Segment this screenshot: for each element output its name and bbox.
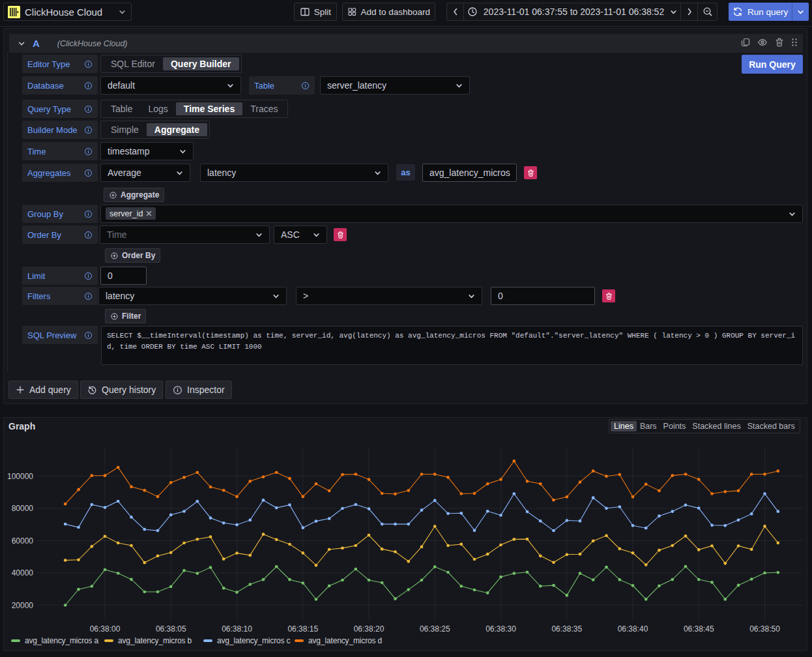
svg-text:60000: 60000 xyxy=(12,536,34,546)
svg-text:06:38:40: 06:38:40 xyxy=(618,624,648,634)
svg-text:20000: 20000 xyxy=(12,601,34,610)
svg-text:06:38:30: 06:38:30 xyxy=(486,624,516,634)
svg-text:100000: 100000 xyxy=(7,472,33,481)
svg-text:06:38:45: 06:38:45 xyxy=(684,624,714,634)
svg-text:06:38:00: 06:38:00 xyxy=(90,624,121,634)
svg-text:80000: 80000 xyxy=(12,504,34,513)
svg-text:06:38:05: 06:38:05 xyxy=(156,624,186,634)
svg-text:06:38:20: 06:38:20 xyxy=(354,624,384,634)
svg-text:06:38:15: 06:38:15 xyxy=(287,624,318,634)
svg-text:06:38:25: 06:38:25 xyxy=(420,624,450,634)
svg-text:06:38:35: 06:38:35 xyxy=(551,624,582,634)
svg-text:40000: 40000 xyxy=(12,568,34,577)
svg-text:06:38:10: 06:38:10 xyxy=(222,624,252,634)
svg-text:06:38:50: 06:38:50 xyxy=(749,624,780,634)
